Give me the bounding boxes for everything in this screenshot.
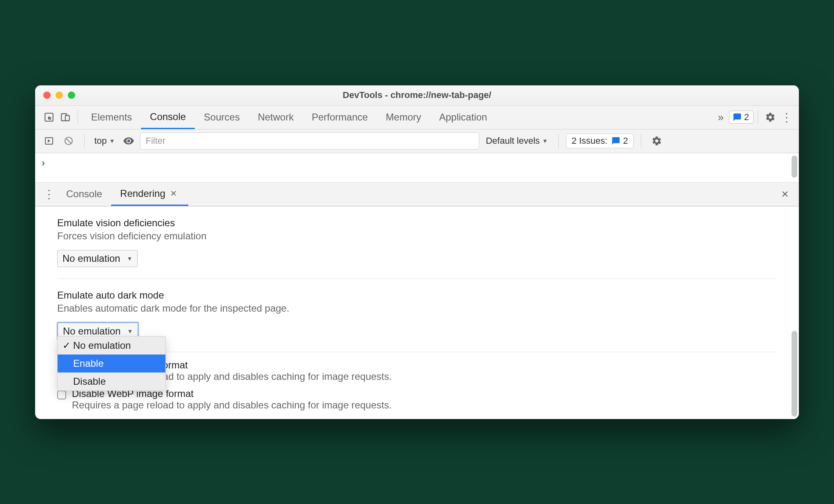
option-label: Disable xyxy=(73,376,106,387)
tab-memory[interactable]: Memory xyxy=(377,105,430,129)
tab-network[interactable]: Network xyxy=(249,105,303,129)
tab-label: Application xyxy=(439,112,487,123)
vision-deficiency-select[interactable]: No emulation ▼ xyxy=(57,250,138,267)
tab-label: Rendering xyxy=(120,188,165,199)
settings-icon[interactable] xyxy=(762,109,778,125)
option-no-emulation[interactable]: No emulation xyxy=(58,337,165,355)
tab-console[interactable]: Console xyxy=(141,105,195,129)
disable-webp-row: Disable WebP image format Requires a pag… xyxy=(35,388,799,413)
drawer-tab-rendering[interactable]: Rendering × xyxy=(111,182,188,206)
disable-webp-checkbox[interactable] xyxy=(57,390,66,399)
issues-button[interactable]: 2 Issues: 2 xyxy=(566,134,633,148)
messages-count: 2 xyxy=(744,112,749,123)
filter-input[interactable]: Filter xyxy=(140,132,479,149)
levels-value: Default levels xyxy=(486,136,540,146)
message-icon xyxy=(733,113,742,122)
tab-label: Performance xyxy=(312,112,368,123)
tab-label: Memory xyxy=(386,112,421,123)
main-tabs-row: Elements Console Sources Network Perform… xyxy=(35,106,799,129)
separator xyxy=(558,134,559,148)
issues-label: 2 Issues: xyxy=(571,136,607,146)
section-desc: Forces vision deficiency emulation xyxy=(57,230,777,242)
levels-selector[interactable]: Default levels ▼ xyxy=(482,136,551,146)
tab-label: Console xyxy=(150,111,186,123)
chevron-down-icon: ▼ xyxy=(109,138,115,144)
option-enable[interactable]: Enable xyxy=(58,355,165,372)
drawer-tabs: ⋮ Console Rendering × × xyxy=(35,183,799,206)
separator xyxy=(758,110,758,124)
select-value: No emulation xyxy=(62,253,120,264)
chevron-down-icon: ▼ xyxy=(127,255,132,262)
issues-count: 2 xyxy=(623,136,628,146)
section-desc: Enables automatic dark mode for the insp… xyxy=(57,303,777,314)
auto-dark-mode-dropdown: No emulation Enable Disable xyxy=(57,336,166,391)
row-desc: Requires a page reload to apply and disa… xyxy=(72,399,392,411)
auto-dark-mode-section: Emulate auto dark mode Enables automatic… xyxy=(35,279,799,352)
context-value: top xyxy=(94,136,107,146)
rendering-panel: Emulate vision deficiencies Forces visio… xyxy=(35,206,799,419)
section-title: Emulate vision deficiencies xyxy=(57,217,777,229)
scrollbar-thumb[interactable] xyxy=(792,331,797,417)
tab-label: Console xyxy=(66,188,102,200)
separator xyxy=(641,134,641,148)
tab-label: Elements xyxy=(91,112,132,123)
select-value: No emulation xyxy=(63,326,120,337)
separator xyxy=(84,134,85,148)
tab-sources[interactable]: Sources xyxy=(195,105,249,129)
console-prompt-icon: › xyxy=(42,157,45,168)
messages-badge[interactable]: 2 xyxy=(729,111,754,124)
option-label: Enable xyxy=(73,358,104,369)
context-selector[interactable]: top ▼ xyxy=(92,136,117,146)
console-body[interactable]: › xyxy=(35,153,799,183)
tab-application[interactable]: Application xyxy=(430,105,496,129)
tab-label: Network xyxy=(258,112,294,123)
device-toolbar-icon[interactable] xyxy=(57,109,74,125)
more-tabs-icon[interactable]: » xyxy=(713,109,729,125)
scrollbar-thumb[interactable] xyxy=(792,156,797,178)
chevron-down-icon: ▼ xyxy=(542,138,548,144)
drawer-kebab-icon[interactable]: ⋮ xyxy=(41,186,57,202)
console-settings-icon[interactable] xyxy=(649,133,665,149)
titlebar: DevTools - chrome://new-tab-page/ xyxy=(35,85,799,106)
kebab-menu-icon[interactable]: ⋮ xyxy=(778,109,795,125)
separator xyxy=(78,110,78,124)
svg-rect-2 xyxy=(65,116,69,121)
tab-performance[interactable]: Performance xyxy=(303,105,377,129)
message-icon xyxy=(611,136,620,145)
clear-console-icon[interactable] xyxy=(60,133,77,149)
tab-label: Sources xyxy=(204,112,240,123)
drawer-tab-console[interactable]: Console xyxy=(57,182,111,206)
toggle-sidebar-icon[interactable] xyxy=(41,133,57,149)
option-label: No emulation xyxy=(73,340,131,351)
option-disable[interactable]: Disable xyxy=(58,372,165,390)
close-tab-icon[interactable]: × xyxy=(168,187,179,200)
tab-elements[interactable]: Elements xyxy=(82,105,141,129)
filter-placeholder: Filter xyxy=(145,136,165,146)
live-expression-icon[interactable] xyxy=(120,133,137,149)
chevron-down-icon: ▼ xyxy=(127,328,133,335)
inspect-element-icon[interactable] xyxy=(41,109,57,125)
window-title: DevTools - chrome://new-tab-page/ xyxy=(35,90,799,100)
section-title: Emulate auto dark mode xyxy=(57,290,777,301)
console-toolbar: top ▼ Filter Default levels ▼ 2 Issues: … xyxy=(35,129,799,153)
close-drawer-icon[interactable]: × xyxy=(777,186,793,202)
vision-deficiency-section: Emulate vision deficiencies Forces visio… xyxy=(35,206,799,279)
devtools-window: DevTools - chrome://new-tab-page/ Elemen… xyxy=(35,85,799,419)
